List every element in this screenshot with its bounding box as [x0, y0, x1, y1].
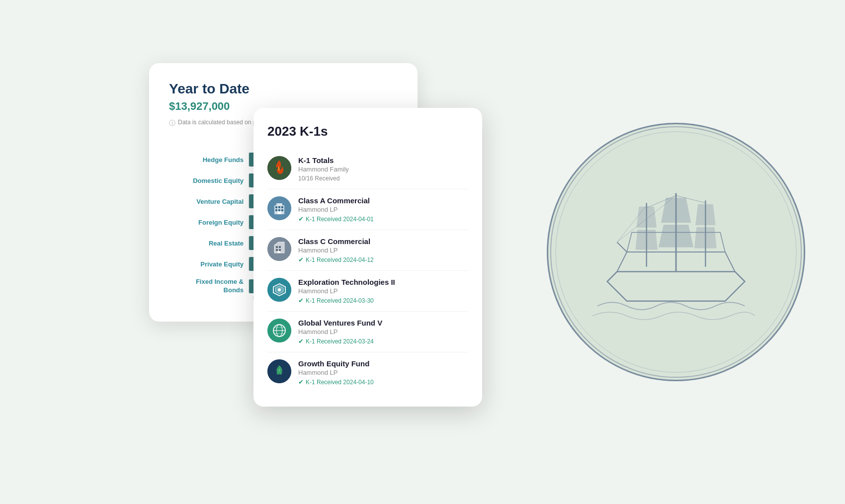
k1-info-totals: K-1 Totals Hammond Family 10/16 Received	[298, 156, 468, 182]
check-icon-class-c: ✔	[298, 256, 304, 263]
k1-entity-growth-equity: Hammond LP	[298, 369, 468, 376]
svg-rect-23	[279, 246, 281, 248]
ytd-title: Year to Date	[169, 81, 398, 97]
label-real-estate: Real Estate	[169, 240, 244, 247]
svg-point-30	[278, 288, 281, 291]
svg-rect-26	[277, 251, 280, 253]
k1-item-class-a[interactable]: Class A Commercial Hammond LP ✔ K-1 Rece…	[267, 189, 468, 230]
k1-name-exploration: Exploration Technologies II	[298, 278, 468, 286]
k1-info-exploration: Exploration Technologies II Hammond LP ✔…	[298, 278, 468, 304]
k1-avatar-growth-equity	[267, 359, 291, 383]
k1-item-global-ventures[interactable]: Global Ventures Fund V Hammond LP ✔ K-1 …	[267, 312, 468, 352]
k1-avatar-class-c	[267, 237, 291, 261]
check-icon-global-ventures: ✔	[298, 337, 304, 345]
k1-status-exploration: ✔ K-1 Received 2024-03-30	[298, 297, 468, 304]
check-icon-exploration: ✔	[298, 297, 304, 304]
label-fixed-income: Fixed Income &Bonds	[169, 278, 244, 295]
k1-name-growth-equity: Growth Equity Fund	[298, 359, 468, 368]
svg-rect-22	[276, 246, 278, 248]
k1-avatar-totals	[267, 156, 291, 180]
k1-avatar-exploration	[267, 278, 291, 302]
k1-entity-exploration: Hammond LP	[298, 287, 468, 295]
check-icon-growth-equity: ✔	[298, 378, 304, 386]
svg-rect-15	[278, 206, 280, 208]
label-hedge-funds: Hedge Funds	[169, 156, 244, 164]
svg-rect-14	[275, 206, 277, 208]
svg-rect-24	[276, 249, 278, 251]
svg-rect-20	[277, 211, 281, 214]
k1-avatar-global-ventures	[267, 319, 291, 342]
k1-name-class-c: Class C Commercial	[298, 237, 468, 246]
k1-entity-class-c: Hammond LP	[298, 247, 468, 254]
svg-rect-16	[281, 206, 283, 208]
label-domestic-equity: Domestic Equity	[169, 177, 244, 184]
svg-rect-18	[278, 209, 280, 211]
k1-status-growth-equity: ✔ K-1 Received 2024-04-10	[298, 378, 468, 386]
k1-title: 2023 K-1s	[267, 124, 468, 139]
svg-rect-17	[275, 209, 277, 211]
k1-item-growth-equity[interactable]: Growth Equity Fund Hammond LP ✔ K-1 Rece…	[267, 352, 468, 393]
label-foreign-equity: Foreign Equity	[169, 219, 244, 226]
k1-status-totals: 10/16 Received	[298, 175, 468, 182]
cards-container: Year to Date $13,927,000 ⓘ Data is calcu…	[149, 48, 596, 456]
k1-card: 2023 K-1s K-1 Totals Hammond Family 10/1…	[254, 108, 482, 407]
k1-name-totals: K-1 Totals	[298, 156, 468, 165]
k1-item-class-c[interactable]: Class C Commercial Hammond LP ✔ K-1 Rece…	[267, 230, 468, 271]
k1-item-exploration[interactable]: Exploration Technologies II Hammond LP ✔…	[267, 271, 468, 312]
k1-status-class-a: ✔ K-1 Received 2024-04-01	[298, 215, 468, 223]
svg-line-5	[617, 242, 627, 252]
k1-entity-global-ventures: Hammond LP	[298, 328, 468, 336]
svg-rect-13	[276, 203, 282, 205]
info-icon: ⓘ	[169, 119, 175, 128]
k1-item-totals[interactable]: K-1 Totals Hammond Family 10/16 Received	[267, 149, 468, 189]
k1-info-class-a: Class A Commercial Hammond LP ✔ K-1 Rece…	[298, 196, 468, 223]
label-venture-capital: Venture Capital	[169, 198, 244, 205]
k1-status-global-ventures: ✔ K-1 Received 2024-03-24	[298, 337, 468, 345]
k1-info-class-c: Class C Commercial Hammond LP ✔ K-1 Rece…	[298, 237, 468, 263]
svg-rect-25	[279, 249, 281, 251]
k1-status-class-c: ✔ K-1 Received 2024-04-12	[298, 256, 468, 263]
k1-entity-totals: Hammond Family	[298, 166, 468, 173]
label-private-equity: Private Equity	[169, 260, 244, 268]
k1-name-global-ventures: Global Ventures Fund V	[298, 319, 468, 327]
k1-avatar-class-a	[267, 196, 291, 220]
k1-name-class-a: Class A Commercial	[298, 196, 468, 205]
k1-entity-class-a: Hammond LP	[298, 206, 468, 213]
k1-info-global-ventures: Global Ventures Fund V Hammond LP ✔ K-1 …	[298, 319, 468, 345]
check-icon-class-a: ✔	[298, 215, 304, 223]
k1-info-growth-equity: Growth Equity Fund Hammond LP ✔ K-1 Rece…	[298, 359, 468, 386]
svg-rect-19	[281, 209, 283, 211]
